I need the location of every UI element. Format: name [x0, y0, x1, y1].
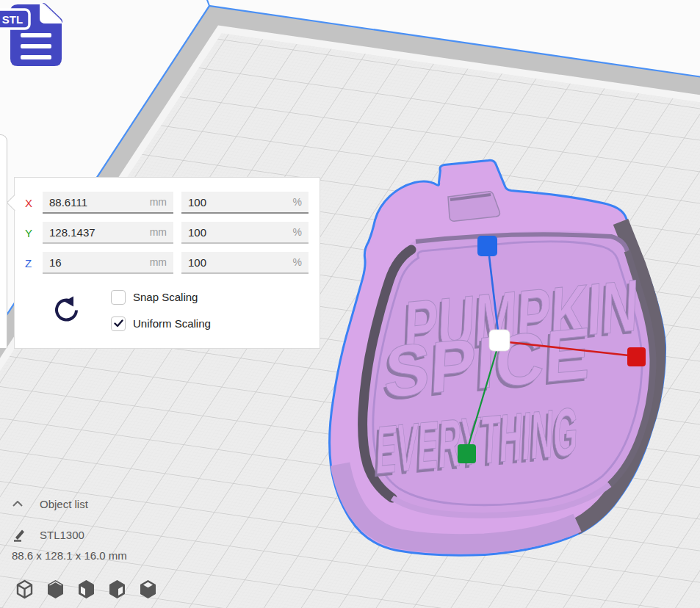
camera-view-buttons: [15, 579, 158, 600]
y-mm-value: 128.1437: [49, 226, 95, 239]
object-item-name: STL1300: [40, 529, 84, 541]
view-right-side-button[interactable]: [138, 579, 158, 600]
view-3d-button[interactable]: [15, 579, 35, 600]
doc-line-2: [21, 44, 51, 48]
slicer-window: PUMPKIN PUMPKIN SPICE SPICE EVERYTHING E…: [0, 0, 700, 608]
3d-view-cube-icon: [15, 579, 35, 600]
chevron-up-icon: [12, 500, 28, 507]
top-view-cube-icon: [76, 579, 96, 600]
checkmark-icon: [114, 319, 123, 327]
y-mm-input[interactable]: 128.1437 mm: [43, 222, 173, 244]
uniform-scaling-label: Uniform Scaling: [133, 317, 211, 330]
z-mm-unit: mm: [150, 256, 167, 268]
z-percent-unit: %: [293, 256, 302, 268]
view-front-button[interactable]: [46, 579, 65, 600]
x-scale-handle[interactable]: [627, 347, 646, 366]
x-percent-input[interactable]: 100 %: [181, 192, 308, 214]
snap-scaling-label: Snap Scaling: [133, 291, 198, 303]
uniform-scaling-checkbox[interactable]: [111, 316, 126, 331]
object-list: Object list STL1300: [12, 496, 88, 542]
front-view-cube-icon: [46, 579, 65, 600]
scale-row-y: Y 128.1437 mm 100 %: [25, 222, 308, 244]
y-mm-unit: mm: [150, 226, 167, 238]
folded-corner: [40, 3, 62, 23]
doc-line-3: [21, 55, 51, 59]
scale-row-x: X 88.6111 mm 100 %: [25, 192, 308, 214]
y-scale-handle[interactable]: [458, 444, 476, 463]
x-axis-label: X: [25, 197, 43, 209]
z-scale-handle[interactable]: [477, 236, 497, 256]
x-percent-value: 100: [188, 196, 206, 209]
object-list-header[interactable]: Object list: [12, 496, 88, 511]
object-list-title: Object list: [40, 498, 88, 510]
x-mm-value: 88.6111: [49, 196, 87, 209]
z-axis-label: Z: [25, 257, 43, 269]
stl-file-icon[interactable]: STL: [0, 0, 68, 70]
view-left-side-button[interactable]: [107, 579, 127, 600]
y-axis-label: Y: [25, 227, 43, 239]
snap-scaling-row: Snap Scaling: [111, 289, 308, 305]
view-top-button[interactable]: [76, 579, 96, 600]
z-percent-value: 100: [188, 256, 206, 269]
y-percent-value: 100: [188, 226, 206, 239]
scale-tool-panel: X 88.6111 mm 100 % Y 128.1437 mm 100 % Z: [15, 178, 320, 348]
x-mm-input[interactable]: 88.6111 mm: [43, 192, 173, 214]
reset-scale-button[interactable]: [50, 294, 81, 326]
y-percent-unit: %: [293, 226, 302, 238]
x-mm-unit: mm: [150, 196, 167, 208]
x-percent-unit: %: [293, 196, 302, 208]
model-stl1300[interactable]: PUMPKIN PUMPKIN SPICE SPICE EVERYTHING E…: [331, 162, 664, 554]
doc-line-1: [21, 33, 51, 37]
scale-row-z: Z 16 mm 100 %: [25, 252, 308, 274]
object-list-item[interactable]: STL1300: [12, 527, 88, 542]
stl-badge-label: STL: [2, 13, 23, 26]
y-percent-input[interactable]: 100 %: [181, 222, 308, 244]
z-mm-input[interactable]: 16 mm: [43, 252, 173, 274]
left-toolbar-edge: [0, 134, 7, 348]
snap-scaling-checkbox[interactable]: [111, 290, 126, 305]
reset-arrow-icon: [50, 294, 81, 326]
pencil-icon: [12, 527, 28, 542]
left-side-view-cube-icon: [107, 579, 127, 600]
uniform-scaling-row: Uniform Scaling: [111, 316, 308, 331]
center-scale-handle[interactable]: [489, 330, 510, 351]
model-dimensions-readout: 88.6 x 128.1 x 16.0 mm: [12, 549, 127, 562]
plate-corner-tick: [206, 0, 209, 6]
z-percent-input[interactable]: 100 %: [181, 252, 308, 274]
right-side-view-cube-icon: [138, 579, 158, 600]
z-mm-value: 16: [49, 256, 62, 269]
